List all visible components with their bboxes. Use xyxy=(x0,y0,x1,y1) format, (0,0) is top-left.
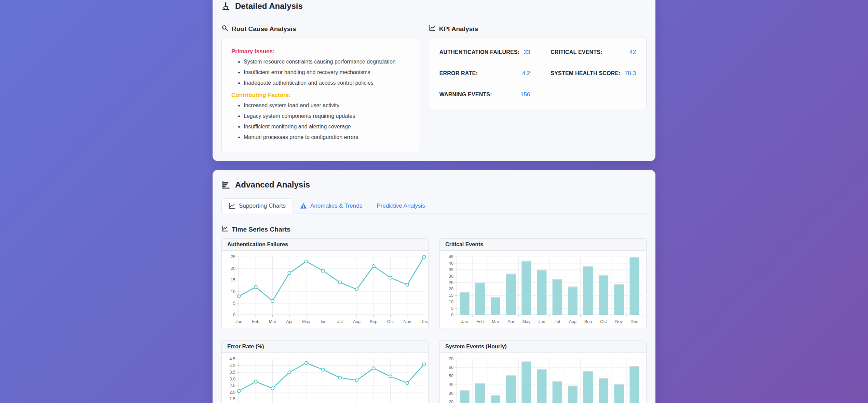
analysis-tabs: Supporting Charts Anomalies & Trends Pre… xyxy=(221,198,647,213)
svg-text:Mar: Mar xyxy=(492,319,499,324)
kpi-panel: AUTHENTICATION FAILURES:23CRITICAL EVENT… xyxy=(429,38,647,109)
svg-text:Apr: Apr xyxy=(507,319,514,324)
chart-line-icon xyxy=(221,225,228,234)
svg-text:5: 5 xyxy=(233,301,235,306)
svg-text:Sep: Sep xyxy=(370,319,377,324)
advanced-analysis-title: Advanced Analysis xyxy=(235,180,310,190)
tab-supporting-charts[interactable]: Supporting Charts xyxy=(221,198,293,213)
svg-text:Dec: Dec xyxy=(630,319,638,324)
contributing-factors-heading: Contributing Factors: xyxy=(231,92,410,99)
contributing-factor-item: Manual processes prone to configuration … xyxy=(244,133,410,141)
svg-text:1.5: 1.5 xyxy=(230,397,235,402)
charts-grid: Authentication Failures 0510152025JanFeb… xyxy=(221,238,647,403)
svg-text:0: 0 xyxy=(451,312,453,317)
chart-title: Error Rate (%) xyxy=(222,341,428,353)
root-cause-section-title: Root Cause Analysis xyxy=(221,25,420,33)
kpi-label: AUTHENTICATION FAILURES: xyxy=(439,49,520,55)
tab-anomalies-trends[interactable]: Anomalies & Trends xyxy=(293,198,369,213)
svg-text:Oct: Oct xyxy=(600,319,607,324)
error-rate-chart: 00.51.01.52.02.53.03.54.04.5JanFebMarApr… xyxy=(222,353,429,403)
svg-text:2.5: 2.5 xyxy=(230,384,235,388)
svg-text:40: 40 xyxy=(449,261,453,266)
svg-text:Nov: Nov xyxy=(615,319,623,324)
kpi-item: ERROR RATE:4.2 xyxy=(439,70,530,77)
chart-card-authentication-failures: Authentication Failures 0510152025JanFeb… xyxy=(221,238,429,329)
svg-text:20: 20 xyxy=(449,400,453,403)
advanced-analysis-header: Advanced Analysis xyxy=(221,180,647,190)
svg-text:Dec: Dec xyxy=(420,319,428,324)
svg-text:May: May xyxy=(302,319,310,324)
kpi-value: 23 xyxy=(524,49,530,56)
svg-text:Jul: Jul xyxy=(337,319,343,324)
detailed-analysis-header: Detailed Analysis xyxy=(221,1,647,11)
kpi-label: SYSTEM HEALTH SCORE: xyxy=(551,70,621,77)
svg-text:Jun: Jun xyxy=(320,319,326,324)
svg-text:15: 15 xyxy=(449,293,453,298)
svg-text:Aug: Aug xyxy=(353,319,361,324)
svg-text:Jul: Jul xyxy=(555,319,560,324)
chart-line-icon xyxy=(429,25,436,33)
svg-text:Feb: Feb xyxy=(252,319,259,324)
search-icon xyxy=(221,25,228,33)
chart-bar-icon xyxy=(221,180,230,189)
chart-title: System Events (Hourly) xyxy=(440,341,646,353)
kpi-label: ERROR RATE: xyxy=(439,70,478,77)
svg-text:Jun: Jun xyxy=(538,319,545,324)
primary-issue-item: Inadequate authentication and access con… xyxy=(244,79,410,87)
primary-issue-item: Insufficient error handling and recovery… xyxy=(244,68,410,76)
advanced-analysis-card: Advanced Analysis Supporting Charts xyxy=(213,170,655,403)
svg-text:15: 15 xyxy=(231,278,235,282)
svg-text:5: 5 xyxy=(451,306,453,311)
svg-text:0: 0 xyxy=(233,312,235,317)
svg-text:May: May xyxy=(522,319,530,324)
chart-line-icon xyxy=(229,203,235,209)
primary-issues-heading: Primary Issues: xyxy=(231,48,410,55)
svg-text:25: 25 xyxy=(231,254,235,259)
chart-body: 051015202530354045JanFebMarAprMayJunJulA… xyxy=(440,251,646,329)
kpi-value: 4.2 xyxy=(522,70,530,77)
svg-text:Nov: Nov xyxy=(404,319,411,324)
warning-triangle-icon xyxy=(300,203,307,209)
svg-text:40: 40 xyxy=(449,383,453,387)
kpi-title: KPI Analysis xyxy=(439,25,478,33)
critical-events-chart: 051015202530354045JanFebMarAprMayJunJulA… xyxy=(440,251,647,327)
authentication-failures-chart: 0510152025JanFebMarAprMayJunJulAugSepOct… xyxy=(222,251,429,327)
kpi-value: 156 xyxy=(520,91,530,98)
tab-predictive-analysis[interactable]: Predictive Analysis xyxy=(369,198,432,213)
svg-text:Jan: Jan xyxy=(461,319,468,324)
time-series-title: Time Series Charts xyxy=(232,226,290,233)
svg-text:25: 25 xyxy=(449,280,453,285)
primary-issue-item: System resource constraints causing perf… xyxy=(244,58,410,66)
chart-card-system-events: System Events (Hourly) 010203040506070Ja… xyxy=(439,341,647,403)
tab-label: Anomalies & Trends xyxy=(310,203,362,209)
kpi-column: KPI Analysis AUTHENTICATION FAILURES:23C… xyxy=(429,11,647,109)
kpi-section-title: KPI Analysis xyxy=(429,25,647,33)
svg-text:10: 10 xyxy=(449,300,453,305)
chart-card-error-rate: Error Rate (%) 00.51.01.52.02.53.03.54.0… xyxy=(221,341,429,403)
svg-text:2.0: 2.0 xyxy=(230,390,235,395)
root-cause-panel: Primary Issues: System resource constrai… xyxy=(221,38,420,152)
contributing-factors-list: Increased system load and user activityL… xyxy=(231,101,410,141)
kpi-item: CRITICAL EVENTS:42 xyxy=(551,49,636,56)
kpi-item: WARNING EVENTS:156 xyxy=(439,91,530,98)
svg-text:30: 30 xyxy=(449,274,453,279)
tab-label: Predictive Analysis xyxy=(377,203,425,209)
contributing-factor-item: Increased system load and user activity xyxy=(244,101,410,109)
detailed-analysis-title: Detailed Analysis xyxy=(235,1,303,11)
chart-title: Critical Events xyxy=(440,239,646,251)
root-cause-column: Root Cause Analysis Primary Issues: Syst… xyxy=(221,11,420,152)
svg-text:10: 10 xyxy=(231,289,235,294)
svg-text:Aug: Aug xyxy=(569,319,577,324)
kpi-value: 42 xyxy=(629,49,636,56)
svg-text:Apr: Apr xyxy=(286,319,293,324)
svg-text:3.5: 3.5 xyxy=(230,370,235,375)
svg-text:Sep: Sep xyxy=(584,319,592,324)
svg-text:Jan: Jan xyxy=(235,319,242,324)
kpi-item: SYSTEM HEALTH SCORE:78.3 xyxy=(551,70,636,77)
time-series-section-title: Time Series Charts xyxy=(221,225,647,234)
svg-text:35: 35 xyxy=(449,267,453,272)
kpi-item: AUTHENTICATION FAILURES:23 xyxy=(439,49,530,56)
svg-text:30: 30 xyxy=(449,391,453,396)
svg-text:70: 70 xyxy=(449,357,453,361)
contributing-factor-item: Insufficient monitoring and alerting cov… xyxy=(244,123,410,130)
